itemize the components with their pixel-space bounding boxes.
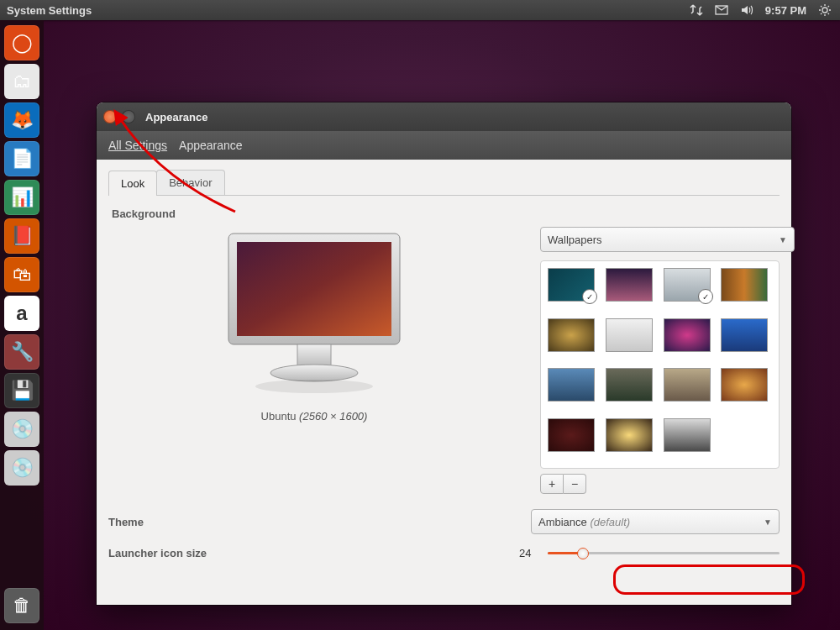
wallpaper-thumb[interactable]	[721, 368, 768, 402]
tabs: Look Behavior	[108, 170, 780, 196]
svg-point-1	[822, 8, 827, 13]
gear-icon[interactable]	[818, 3, 832, 18]
tab-behavior[interactable]: Behavior	[156, 170, 224, 195]
wallpaper-thumb[interactable]	[606, 268, 653, 302]
wallpaper-thumb[interactable]	[548, 368, 595, 402]
close-button[interactable]	[103, 110, 117, 123]
launcher-media[interactable]: 💾	[4, 373, 39, 408]
launcher-size-slider[interactable]	[548, 546, 780, 559]
check-icon: ✓	[698, 289, 713, 304]
appearance-window: Appearance All Settings Appearance Look …	[97, 102, 791, 605]
minimize-button[interactable]	[122, 110, 135, 123]
svg-point-6	[255, 380, 373, 393]
add-wallpaper-button[interactable]: +	[540, 474, 564, 494]
wallpaper-thumb[interactable]	[721, 268, 768, 302]
preview-caption: Ubuntu (2560 × 1600)	[108, 410, 520, 423]
launcher-files[interactable]: 🗂	[4, 64, 39, 99]
svg-point-5	[270, 365, 358, 381]
network-icon[interactable]	[690, 3, 703, 18]
launcher-calc[interactable]: 📊	[4, 180, 39, 215]
check-icon: ✓	[582, 289, 597, 304]
unity-launcher: ◯🗂🦊📄📊📕🛍a🔧💾💿💿	[0, 20, 44, 630]
breadcrumb: All Settings Appearance	[97, 131, 791, 160]
theme-label: Theme	[108, 516, 144, 528]
mail-icon[interactable]	[715, 3, 728, 18]
launcher-firefox[interactable]: 🦊	[4, 102, 39, 138]
wallpaper-thumb[interactable]	[664, 368, 711, 402]
breadcrumb-current: Appearance	[179, 139, 243, 152]
wallpaper-grid: ✓✓	[540, 260, 780, 469]
wallpaper-source-dropdown[interactable]: Wallpapers ▼	[540, 227, 795, 252]
launcher-size-label: Launcher icon size	[108, 547, 207, 559]
wallpaper-thumb[interactable]	[606, 318, 653, 352]
window-title: Appearance	[145, 111, 207, 123]
theme-dropdown[interactable]: Ambiance (default) ▼	[531, 509, 780, 534]
launcher-size-value: 24	[519, 547, 539, 559]
wallpaper-thumb[interactable]	[548, 418, 595, 452]
wallpaper-thumb[interactable]: ✓	[664, 268, 711, 302]
chevron-down-icon: ▼	[764, 517, 772, 527]
wallpaper-thumb[interactable]	[606, 418, 653, 452]
background-preview: Ubuntu (2560 × 1600)	[108, 227, 520, 494]
launcher-software[interactable]: 🛍	[4, 257, 39, 292]
clock[interactable]: 9:57 PM	[765, 4, 806, 17]
top-menu-bar: System Settings 9:57 PM	[0, 0, 840, 20]
wallpaper-source-value: Wallpapers	[548, 234, 602, 246]
launcher-trash[interactable]: 🗑	[4, 588, 39, 623]
wallpaper-thumb[interactable]	[664, 418, 711, 452]
remove-wallpaper-button[interactable]: −	[564, 474, 586, 494]
launcher-disc1[interactable]: 💿	[4, 412, 39, 447]
breadcrumb-all-settings[interactable]: All Settings	[108, 139, 167, 152]
chevron-down-icon: ▼	[779, 235, 787, 244]
theme-value: Ambiance (default)	[538, 516, 630, 528]
wallpaper-thumb[interactable]	[721, 318, 768, 352]
volume-icon[interactable]	[740, 3, 753, 18]
launcher-impress[interactable]: 📕	[4, 218, 39, 254]
launcher-dash[interactable]: ◯	[4, 25, 39, 60]
tab-look[interactable]: Look	[108, 171, 157, 196]
topbar-title: System Settings	[0, 4, 92, 17]
background-label: Background	[112, 207, 780, 220]
launcher-amazon[interactable]: a	[4, 296, 39, 331]
svg-rect-3	[237, 242, 391, 336]
wallpaper-thumb[interactable]: ✓	[548, 268, 595, 302]
launcher-writer[interactable]: 📄	[4, 141, 39, 176]
launcher-disc2[interactable]: 💿	[4, 450, 39, 486]
wallpaper-thumb[interactable]	[664, 318, 711, 352]
window-titlebar[interactable]: Appearance	[97, 102, 791, 131]
wallpaper-thumb[interactable]	[548, 318, 595, 352]
launcher-settings[interactable]: 🔧	[4, 334, 39, 370]
wallpaper-thumb[interactable]	[606, 368, 653, 402]
